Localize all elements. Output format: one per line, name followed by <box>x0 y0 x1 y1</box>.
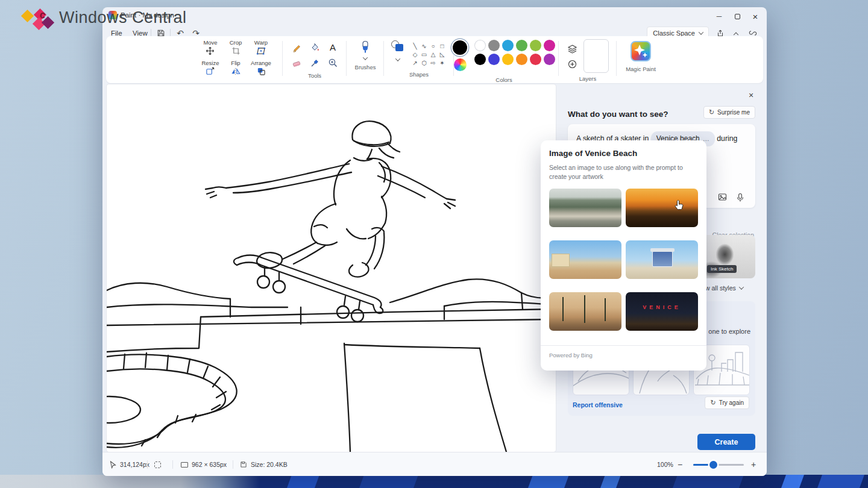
surprise-me-label: Surprise me <box>717 109 750 116</box>
move-tool[interactable]: Move <box>203 39 217 60</box>
selection-tool-status[interactable] <box>154 452 161 477</box>
color-swatch[interactable] <box>474 54 486 65</box>
color-swatch[interactable] <box>488 54 500 65</box>
shape-preview-icon[interactable] <box>391 40 404 52</box>
image-option-lifeguard-tower[interactable] <box>626 240 698 279</box>
selection-icon <box>154 461 161 468</box>
shape-right-triangle[interactable]: ◺ <box>440 51 445 58</box>
arrange-tool[interactable]: Arrange <box>251 60 271 80</box>
watermark-text: Windows Central <box>59 8 187 27</box>
image-option-palm-boardwalk[interactable] <box>549 189 621 227</box>
transform-group: Move Crop Warp Resize <box>198 39 274 80</box>
drawing-canvas[interactable] <box>107 84 556 452</box>
insert-image-icon[interactable] <box>718 193 728 202</box>
shapes-group: ╲ ∿ ○ □ ◇ ▭ △ ◺ ↗ ⬡ ⇨ ✶ Shapes <box>387 39 451 78</box>
zoom-slider-thumb[interactable] <box>709 461 717 469</box>
layers-group: Layers <box>562 39 614 82</box>
surprise-me-button[interactable]: ↻ Surprise me <box>703 106 755 119</box>
image-option-palms-dusk[interactable] <box>549 292 621 331</box>
status-separator <box>172 460 173 469</box>
bloom-ribbon <box>358 475 420 488</box>
zoom-level: 100% <box>657 452 673 477</box>
minimize-button[interactable]: ─ <box>710 10 728 23</box>
pencil-tool[interactable] <box>292 42 302 52</box>
panel-close-icon[interactable]: × <box>744 90 758 102</box>
brush-icon[interactable] <box>360 40 371 55</box>
color-swatch[interactable] <box>544 54 555 65</box>
shape-line[interactable]: ╲ <box>413 43 417 49</box>
chevron-down-icon[interactable] <box>395 56 400 61</box>
popup-footer: Powered by Bing <box>549 352 593 358</box>
bloom-ribbon <box>816 475 866 488</box>
magic-paint-icon[interactable] <box>631 41 651 61</box>
maximize-button[interactable] <box>728 10 746 23</box>
color-swatch[interactable] <box>474 40 486 51</box>
close-button[interactable]: × <box>746 10 764 23</box>
microphone-icon[interactable] <box>736 193 744 202</box>
brushes-group: Brushes <box>350 39 381 70</box>
layers-label: Layers <box>579 75 597 82</box>
create-button[interactable]: Create <box>697 434 755 450</box>
color-swatch[interactable] <box>530 40 541 51</box>
color-swatch[interactable] <box>516 40 527 51</box>
color-swatch[interactable] <box>502 54 514 65</box>
palm-decor <box>562 297 564 321</box>
color-swatch[interactable] <box>516 54 527 65</box>
screen: c Windows Central Paint · My design ─ × … <box>0 0 868 488</box>
eyedropper-tool[interactable] <box>310 58 320 68</box>
maximize-icon <box>735 14 740 19</box>
canvas-dimensions-value: 962 × 635px <box>192 461 227 468</box>
shape-triangle[interactable]: △ <box>431 51 436 58</box>
warp-tool[interactable]: Warp <box>254 39 268 60</box>
add-layer-icon[interactable] <box>568 60 577 69</box>
current-color-swatch[interactable] <box>453 40 467 55</box>
shape-rounded-rect[interactable]: ▭ <box>421 51 427 58</box>
resize-tool[interactable]: Resize <box>201 60 219 80</box>
shape-block-arrow[interactable]: ⇨ <box>430 60 435 66</box>
venice-beach-image-picker: Image of Venice Beach Select an image to… <box>541 140 706 371</box>
image-option-skatepark-sunset[interactable] <box>626 189 698 227</box>
toolbar-divider <box>346 41 347 76</box>
logo-diamond-yellow <box>21 10 34 22</box>
magnifier-tool[interactable] <box>328 58 338 68</box>
report-offensive-link[interactable]: Report offensive <box>573 401 623 408</box>
shape-hexagon[interactable]: ⬡ <box>421 60 427 66</box>
zoom-in-button[interactable]: + <box>751 452 756 477</box>
popup-divider <box>541 345 706 346</box>
eraser-tool[interactable] <box>292 58 302 68</box>
explore-hint: one to explore <box>708 328 750 335</box>
style-badge: Ink Sketch <box>707 265 737 273</box>
color-swatch[interactable] <box>488 40 500 51</box>
image-option-boardwalk-bikes[interactable] <box>549 240 621 279</box>
color-swatch[interactable] <box>544 40 555 51</box>
shape-circle[interactable]: ○ <box>431 43 435 49</box>
brushes-label: Brushes <box>355 64 376 70</box>
layer-thumbnail[interactable] <box>583 39 609 73</box>
text-tool[interactable]: A <box>330 42 336 52</box>
color-swatch[interactable] <box>502 40 514 51</box>
layers-icon[interactable] <box>567 45 577 54</box>
magic-paint-label: Magic Paint <box>626 66 656 72</box>
shape-arrow[interactable]: ↗ <box>412 60 417 66</box>
flip-label: Flip <box>231 60 240 66</box>
shape-curve[interactable]: ∿ <box>421 43 426 49</box>
preview-square <box>395 44 403 51</box>
resize-label: Resize <box>201 60 219 66</box>
shape-polygon[interactable]: ◇ <box>413 51 418 58</box>
color-swatch[interactable] <box>530 54 541 65</box>
try-again-button[interactable]: ↻ Try again <box>705 396 749 409</box>
skater-sketch <box>107 84 556 452</box>
image-option-venice-sign[interactable]: VENICE <box>626 292 698 331</box>
shape-square[interactable]: □ <box>440 43 444 49</box>
warp-label: Warp <box>254 39 268 46</box>
shape-star[interactable]: ✶ <box>439 60 444 66</box>
crop-tool[interactable]: Crop <box>230 39 242 60</box>
zoom-out-button[interactable]: − <box>678 452 682 477</box>
shapes-label: Shapes <box>409 71 429 78</box>
toolbar: Move Crop Warp Resize <box>106 36 763 83</box>
fill-tool[interactable] <box>310 42 320 52</box>
flip-tool[interactable]: Flip <box>231 60 241 80</box>
zoom-slider[interactable] <box>693 464 744 466</box>
chevron-down-icon[interactable] <box>363 55 368 60</box>
color-wheel-picker[interactable] <box>454 58 467 71</box>
